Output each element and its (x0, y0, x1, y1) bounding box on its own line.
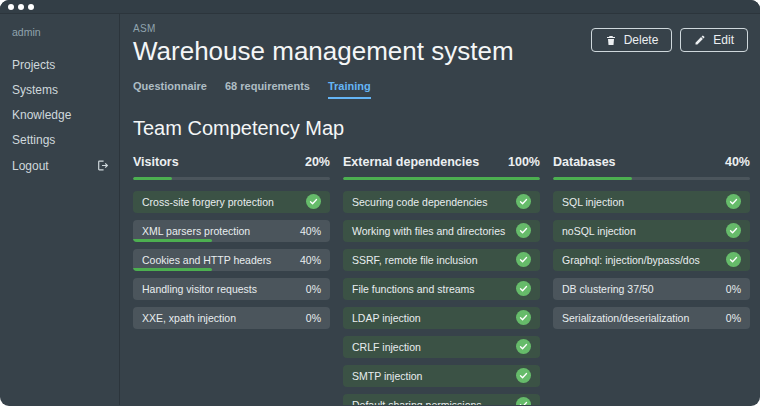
trash-icon (605, 34, 617, 47)
logout-label: Logout (12, 159, 49, 173)
item-progress-bar (133, 239, 212, 242)
competency-item[interactable]: Working with files and directories (343, 220, 540, 242)
page-header: ASM Warehouse management system Delete (133, 23, 748, 66)
competency-item[interactable]: Cookies and HTTP headers 40% (133, 249, 330, 271)
competency-item[interactable]: SSRF, remote file inclusion (343, 249, 540, 271)
tab-68-requirements[interactable]: 68 requirements (225, 80, 310, 99)
check-icon (516, 223, 531, 238)
competency-column: Visitors 20% Cross-site forgery protecti… (133, 155, 330, 405)
competency-item-label: Serialization/deserialization (562, 312, 689, 324)
competency-item-label: XXE, xpath injection (142, 312, 236, 324)
competency-item[interactable]: Serialization/deserialization 0% (553, 307, 750, 329)
competency-item[interactable]: noSQL injection (553, 220, 750, 242)
competency-column: Databases 40% SQL injection noSQL inject… (553, 155, 750, 405)
competency-item-label: LDAP injection (352, 312, 421, 324)
check-icon (516, 368, 531, 383)
competency-column: External dependencies 100% Securing code… (343, 155, 540, 405)
edit-button[interactable]: Edit (680, 28, 748, 52)
logout-icon (96, 159, 109, 172)
check-icon (516, 397, 531, 405)
competency-item-label: noSQL injection (562, 225, 636, 237)
competency-item-percent: 0% (726, 312, 741, 324)
column-percent: 20% (305, 155, 330, 169)
pencil-icon (694, 34, 706, 46)
competency-item-label: File functions and streams (352, 283, 475, 295)
check-icon (306, 194, 321, 209)
column-title: External dependencies (343, 155, 479, 169)
column-title: Databases (553, 155, 616, 169)
window-control-dot[interactable] (28, 4, 34, 10)
competency-item[interactable]: SQL injection (553, 191, 750, 213)
competency-item-label: CRLF injection (352, 341, 421, 353)
column-percent: 100% (508, 155, 540, 169)
sidebar-item-settings[interactable]: Settings (0, 128, 119, 153)
edit-button-label: Edit (713, 33, 734, 47)
header-actions: Delete Edit (591, 28, 748, 52)
window-titlebar (0, 0, 760, 14)
page-title: Warehouse management system (133, 37, 514, 66)
competency-item-percent: 40% (300, 225, 321, 237)
check-icon (726, 252, 741, 267)
competency-item-percent: 40% (300, 254, 321, 266)
column-item-list: SQL injection noSQL injection Graphql: i… (553, 191, 750, 329)
section-title: Team Competency Map (133, 117, 748, 140)
tab-bar: Questionnaire68 requirementsTraining (133, 80, 748, 99)
sidebar-item-systems[interactable]: Systems (0, 78, 119, 103)
check-icon (726, 194, 741, 209)
competency-item-label: Graphql: injection/bypass/dos (562, 254, 700, 266)
competency-item-label: XML parsers protection (142, 225, 250, 237)
delete-button[interactable]: Delete (591, 28, 673, 52)
competency-item[interactable]: Cross-site forgery protection (133, 191, 330, 213)
sidebar-item-logout[interactable]: Logout (0, 153, 119, 178)
competency-item[interactable]: Graphql: injection/bypass/dos (553, 249, 750, 271)
competency-item[interactable]: DB clustering 37/50 0% (553, 278, 750, 300)
competency-item[interactable]: Securing code dependencies (343, 191, 540, 213)
competency-item-label: Handling visitor requests (142, 283, 257, 295)
column-progress-fill (553, 177, 632, 180)
competency-item-label: Securing code dependencies (352, 196, 487, 208)
competency-item-label: Cookies and HTTP headers (142, 254, 271, 266)
column-progress-track (343, 177, 540, 180)
column-progress-track (553, 177, 750, 180)
app-window: admin ProjectsSystemsKnowledgeSettings L… (0, 0, 760, 406)
sidebar-username: admin (0, 26, 119, 38)
sidebar-item-knowledge[interactable]: Knowledge (0, 103, 119, 128)
competency-item-label: Cross-site forgery protection (142, 196, 274, 208)
window-control-dot[interactable] (8, 4, 14, 10)
sidebar-item-projects[interactable]: Projects (0, 53, 119, 78)
breadcrumb-app-label: ASM (133, 23, 514, 34)
column-progress-track (133, 177, 330, 180)
competency-item[interactable]: XML parsers protection 40% (133, 220, 330, 242)
tab-training[interactable]: Training (328, 80, 371, 99)
column-progress-fill (343, 177, 540, 180)
check-icon (516, 310, 531, 325)
competency-item-label: DB clustering 37/50 (562, 283, 654, 295)
sidebar: admin ProjectsSystemsKnowledgeSettings L… (0, 14, 120, 405)
competency-item-label: SSRF, remote file inclusion (352, 254, 477, 266)
check-icon (516, 252, 531, 267)
column-item-list: Securing code dependencies Working with … (343, 191, 540, 405)
column-percent: 40% (725, 155, 750, 169)
competency-item-label: SQL injection (562, 196, 624, 208)
competency-item-label: Default sharing permissions (352, 399, 482, 405)
competency-item-percent: 0% (306, 312, 321, 324)
competency-item-label: Working with files and directories (352, 225, 505, 237)
competency-item-percent: 0% (306, 283, 321, 295)
tab-questionnaire[interactable]: Questionnaire (133, 80, 207, 99)
window-control-dot[interactable] (18, 4, 24, 10)
check-icon (516, 281, 531, 296)
competency-item[interactable]: Default sharing permissions (343, 394, 540, 405)
competency-item[interactable]: LDAP injection (343, 307, 540, 329)
competency-item-percent: 0% (726, 283, 741, 295)
competency-item[interactable]: SMTP injection (343, 365, 540, 387)
sidebar-nav: ProjectsSystemsKnowledgeSettings (0, 53, 119, 153)
column-title: Visitors (133, 155, 179, 169)
main-content: ASM Warehouse management system Delete (120, 14, 760, 405)
competency-item[interactable]: File functions and streams (343, 278, 540, 300)
competency-item[interactable]: XXE, xpath injection 0% (133, 307, 330, 329)
competency-item[interactable]: CRLF injection (343, 336, 540, 358)
competency-item[interactable]: Handling visitor requests 0% (133, 278, 330, 300)
column-progress-fill (133, 177, 172, 180)
check-icon (516, 194, 531, 209)
item-progress-bar (133, 268, 212, 271)
